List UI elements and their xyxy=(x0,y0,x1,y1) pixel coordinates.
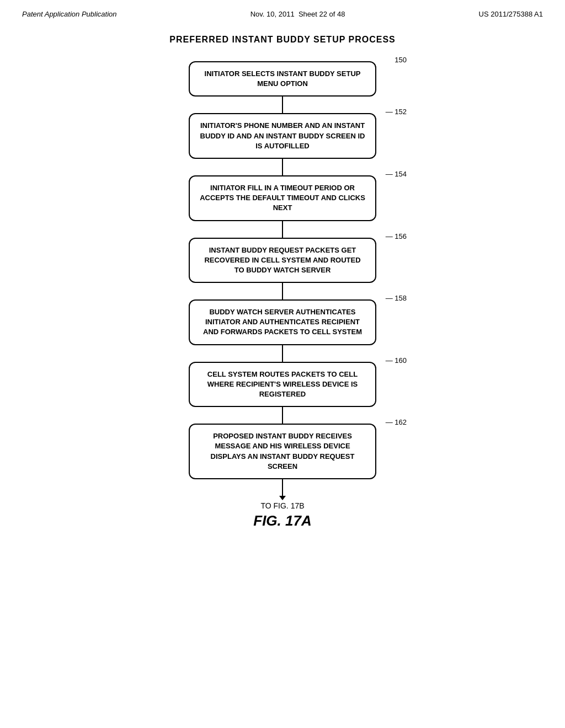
node-number-162: — 162 xyxy=(386,418,407,426)
node-row-150: 150 INITIATOR SELECTS INSTANT BUDDY SETU… xyxy=(150,61,415,97)
arrow-6 xyxy=(282,407,283,424)
arrow-7 xyxy=(282,479,283,496)
flow-node-152: INITIATOR'S PHONE NUMBER AND AN INSTANT … xyxy=(189,113,376,159)
node-row-158: — 158 BUDDY WATCH SERVER AUTHENTICATES I… xyxy=(150,299,415,345)
diagram-title: PREFERRED INSTANT BUDDY SETUP PROCESS xyxy=(169,35,396,45)
node-row-156: — 156 INSTANT BUDDY REQUEST PACKETS GET … xyxy=(150,238,415,283)
node-number-152: — 152 xyxy=(386,108,407,116)
flow-node-154: INITIATOR FILL IN A TIMEOUT PERIOD OR AC… xyxy=(189,175,376,221)
flow-node-160: CELL SYSTEM ROUTES PACKETS TO CELL WHERE… xyxy=(189,362,376,408)
fig-17a-label: FIG. 17A xyxy=(253,512,311,529)
node-row-160: — 160 CELL SYSTEM ROUTES PACKETS TO CELL… xyxy=(150,362,415,408)
node-number-156: — 156 xyxy=(386,232,407,240)
arrow-1 xyxy=(282,97,283,113)
arrow-3 xyxy=(282,221,283,238)
node-row-152: — 152 INITIATOR'S PHONE NUMBER AND AN IN… xyxy=(150,113,415,159)
flow-node-156: INSTANT BUDDY REQUEST PACKETS GET RECOVE… xyxy=(189,238,376,283)
diagram-container: PREFERRED INSTANT BUDDY SETUP PROCESS 15… xyxy=(0,24,565,552)
arrow-2 xyxy=(282,159,283,175)
header-patent-number: US 2011/275388 A1 xyxy=(479,10,543,18)
arrow-4 xyxy=(282,283,283,299)
node-row-162: — 162 PROPOSED INSTANT BUDDY RECEIVES ME… xyxy=(150,424,415,479)
node-number-150: 150 xyxy=(395,56,407,64)
to-fig-label: TO FIG. 17B xyxy=(260,501,304,510)
arrow-5 xyxy=(282,345,283,362)
node-number-160: — 160 xyxy=(386,356,407,365)
flow-node-162: PROPOSED INSTANT BUDDY RECEIVES MESSAGE … xyxy=(189,424,376,479)
header-date-sheet: Nov. 10, 2011 Sheet 22 of 48 xyxy=(250,10,345,18)
node-row-154: — 154 INITIATOR FILL IN A TIMEOUT PERIOD… xyxy=(150,175,415,221)
node-number-158: — 158 xyxy=(386,294,407,302)
header-publication: Patent Application Publication xyxy=(22,10,117,18)
node-number-154: — 154 xyxy=(386,170,407,178)
flow-node-150: INITIATOR SELECTS INSTANT BUDDY SETUP ME… xyxy=(189,61,376,97)
flow-node-158: BUDDY WATCH SERVER AUTHENTICATES INITIAT… xyxy=(189,299,376,345)
page-header: Patent Application Publication Nov. 10, … xyxy=(0,0,565,24)
flow-chart: 150 INITIATOR SELECTS INSTANT BUDDY SETU… xyxy=(150,61,415,529)
